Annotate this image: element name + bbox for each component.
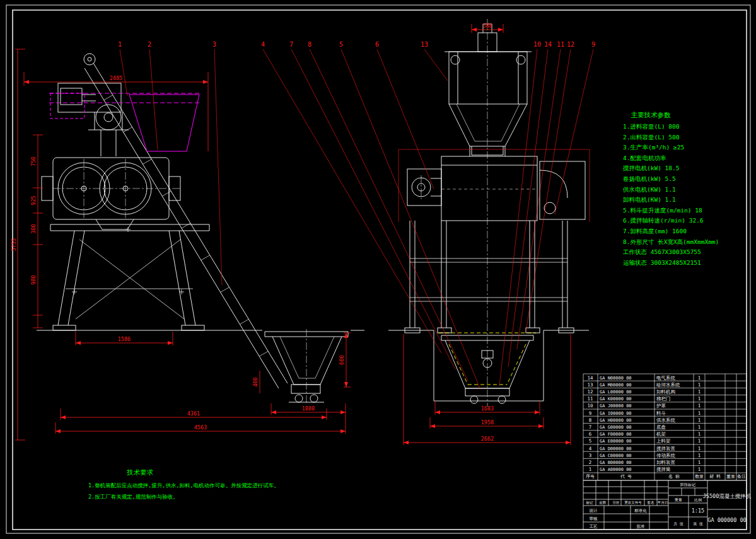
bom-code: GA F00000 00 [600, 432, 632, 437]
bom-no: 6 [589, 431, 592, 437]
dimension-label: 1683 [481, 405, 494, 412]
bom-name: 传动系统 [656, 453, 676, 458]
bom-no: 11 [587, 396, 593, 402]
dimension-label: 750 [30, 156, 37, 166]
dimension-label: 400 [252, 377, 259, 386]
callout-5: 5 [339, 41, 343, 48]
bom-qty: 1 [698, 375, 701, 381]
callout-10: 10 [533, 41, 541, 48]
bom-qty: 1 [698, 410, 701, 416]
bom-name: 电气系统 [656, 375, 676, 381]
bom-qty: 1 [698, 424, 701, 430]
dimension-label: 1958 [481, 419, 494, 426]
dimension-label: 600 [339, 355, 345, 364]
bom-qty: 1 [698, 382, 701, 388]
bom-name: 卸料装置 [656, 460, 676, 465]
bom-no: 10 [587, 403, 593, 409]
callout-6: 6 [375, 41, 379, 48]
tech-params-line: 卷扬电机(kW) 5.5 [623, 175, 676, 182]
callout-11: 11 [557, 41, 564, 48]
callout-1: 1 [118, 41, 122, 48]
bom-name: 卸料机构 [656, 389, 675, 395]
bom-qty: 1 [698, 389, 701, 395]
bom-code: GA G00000 00 [600, 425, 632, 430]
dimension-label: 2485 [110, 75, 122, 81]
bom-code: GA C00000 00 [600, 453, 632, 458]
tech-params-line: 6.搅拌轴转速(r/min) 32.6 [623, 217, 704, 224]
tech-params-line: 8.外形尺寸 长X宽X高(mmXmmXmm) [623, 238, 719, 245]
titleblock-revision-label: 更改文件号 [624, 501, 642, 504]
bom-qty: 1 [698, 403, 701, 409]
bom-qty: 1 [698, 417, 701, 423]
bom-code: GA D00000 00 [600, 446, 632, 451]
callout-8: 8 [308, 41, 311, 48]
titleblock-stage-label: 阶段标记 [680, 482, 695, 487]
bom-code: GA E00000 00 [600, 439, 632, 444]
bom-name: 给排水系统 [656, 382, 680, 388]
bom-code: GA K00000 00 [600, 397, 632, 402]
dimension-label: 4563 [194, 424, 207, 431]
tech-params-line: 卸料电机(KW) 1.1 [623, 196, 676, 203]
tech-params-line: 供水电机(KW) 1.1 [622, 186, 676, 193]
titleblock-revision-label: 年月日 [658, 501, 668, 505]
tech-requirements-line: 1.整机装配后应点动搅拌,提升,供水,卸料,电机动作可靠。并按规定进行试车。 [88, 482, 279, 489]
tech-params-line: 搅拌电机(kW) 18.5 [622, 165, 679, 171]
bom-code: GA A00000 00 [600, 467, 632, 472]
cad-drawing: 1234785613101411129248557557509253009801… [0, 0, 756, 539]
bom-no: 4 [589, 446, 592, 451]
tech-params-line: 5.料斗提升速度(m/min) 18 [623, 207, 702, 214]
bom-name: 搅拌筒 [656, 467, 671, 472]
scale-value: 1:15 [692, 507, 704, 514]
titleblock-design-label: 设计 [590, 508, 598, 513]
drawing-number: GA 000000 00 [707, 517, 746, 523]
tech-params-title: 主要技术参数 [631, 111, 672, 119]
titleblock-revision-label: 分区 [613, 501, 620, 504]
bom-header: 重量 [726, 474, 735, 479]
callout-7: 7 [289, 41, 293, 48]
bom-no: 9 [589, 410, 592, 416]
bom-qty: 1 [698, 467, 701, 472]
bom-name: 供水系统 [656, 417, 676, 423]
tech-params-line: 4.配套电机功率 [623, 154, 666, 161]
bom-qty: 1 [698, 431, 701, 437]
bom-header: 名 称 [668, 474, 680, 479]
cad-canvas: 1234785613101411129248557557509253009801… [0, 0, 756, 539]
bom-qty: 1 [698, 453, 701, 458]
bom-no: 12 [587, 389, 593, 395]
bom-no: 7 [589, 424, 592, 430]
tech-params-line: 7.卸料高度(mm) 1600 [623, 228, 687, 235]
bom-name: 梯栏门 [656, 396, 671, 402]
tech-params-line: 运输状态 3003X2485X2151 [623, 259, 701, 266]
titleblock-revision-label: 处数 [600, 501, 607, 505]
bom-code: GA M00000 00 [600, 383, 632, 388]
bom-no: 13 [587, 382, 593, 388]
dimension-label: 1888 [302, 405, 315, 412]
bom-no: 2 [589, 460, 592, 465]
bom-name: 料斗 [656, 410, 666, 416]
bom-header: 材 料 [709, 474, 721, 479]
bom-no: 8 [589, 417, 592, 423]
titleblock-check-label: 审核 [590, 516, 598, 521]
bom-code: GA N00000 00 [600, 376, 632, 381]
titleblock-scale-label: 比例 [694, 497, 702, 502]
callout-13: 13 [421, 41, 428, 48]
titleblock-standard-label: 标准化 [634, 508, 647, 513]
bom-qty: 1 [698, 446, 701, 451]
bom-no: 14 [587, 375, 593, 381]
tech-requirements-title: 技术要求 [127, 468, 154, 476]
bom-no: 1 [589, 467, 592, 472]
callout-2: 2 [148, 41, 151, 48]
titleblock-revision-label: 签名 [648, 501, 654, 505]
titleblock-weight-label: 重量 [674, 497, 682, 502]
tech-params-line: 1.进料容量(L) 800 [623, 123, 680, 130]
titleblock-revision-label: 标记 [586, 501, 594, 505]
titleblock-approve-label: 批准 [637, 524, 646, 529]
tech-params-line: 2.出料容量(L) 500 [623, 134, 680, 141]
titleblock-sheet-no: 第 张 [693, 521, 703, 526]
titleblock-sheet-total: 共 张 [673, 521, 683, 526]
dimension-label: 925 [30, 195, 37, 205]
bom-header: 数量 [695, 474, 704, 479]
bom-header: 序号 [586, 474, 595, 479]
bom-name: 底盘 [656, 424, 666, 430]
bom-code: GA J00000 00 [600, 403, 632, 409]
